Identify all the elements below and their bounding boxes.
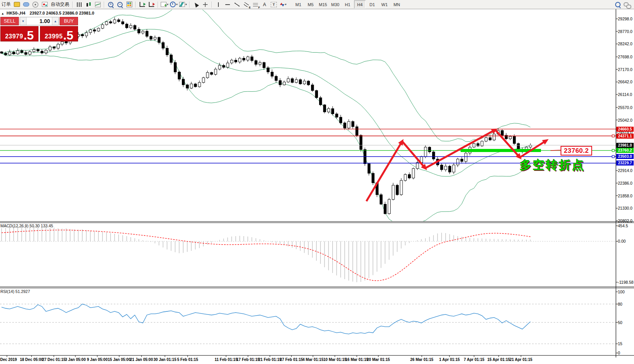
volume-down-button[interactable]: ▼ — [20, 17, 27, 25]
zoom-out-icon[interactable]: − — [116, 1, 124, 8]
dropdown-caret-icon[interactable]: ▾ — [167, 3, 168, 6]
date-tick-label: 26 Mar 01:15 — [410, 357, 433, 362]
templates-icon — [179, 2, 185, 7]
market-watch-icon[interactable] — [22, 1, 30, 8]
vertical-line-icon — [216, 2, 221, 7]
date-tick-label: 17 Feb 01:15 — [236, 357, 260, 362]
price-callout-box[interactable]: 23760.2 — [561, 146, 592, 156]
sell-price-frac: .5 — [23, 31, 34, 40]
price-badge: 23503.0 — [616, 154, 634, 159]
zoom-in-icon[interactable]: + — [106, 1, 115, 8]
timeframe-m15-button[interactable]: M15 — [317, 0, 329, 8]
timeframe-m30-button[interactable]: M30 — [329, 0, 341, 8]
price-badge: 24660.5 — [616, 127, 634, 132]
price-tick-label: 25042.0 — [618, 118, 634, 122]
turning-point-annotation[interactable]: 多空转折点 — [520, 157, 585, 173]
buy-button[interactable]: BUY — [60, 17, 78, 25]
cursor-icon — [193, 2, 199, 8]
chart-shift-icon — [149, 2, 154, 7]
line-chart-icon — [95, 2, 101, 7]
dropdown-caret-icon[interactable]: ▾ — [185, 3, 187, 6]
crosshair-icon[interactable] — [201, 1, 210, 8]
crosshair-icon — [203, 2, 208, 7]
sell-button[interactable]: SELL — [0, 17, 19, 25]
sell-price-button[interactable]: 23979 .5 — [0, 26, 38, 41]
timeframe-group: M1M5M15M30H1H4D1W1MN — [292, 0, 403, 8]
price-tick-label: 26114.0 — [618, 92, 634, 97]
timeframe-m1-button[interactable]: M1 — [293, 0, 304, 8]
trendline-icon[interactable] — [233, 1, 241, 8]
toolbar-separator — [104, 2, 105, 8]
timeframe-m5-button[interactable]: M5 — [305, 0, 316, 8]
price-tick-label: 28770.0 — [618, 29, 634, 34]
symbol-period-label: HK50-,H4 — [7, 11, 25, 15]
price-tick-label: 22914.0 — [618, 168, 634, 173]
auto-scroll-icon[interactable] — [138, 1, 146, 8]
text-tool-icon[interactable]: A — [260, 1, 269, 8]
date-tick-label: 27 Dec 01:15 — [42, 357, 66, 362]
tile-windows-icon[interactable] — [125, 1, 133, 8]
toolbar-main-group: 订单自动交易+−▾▾▾EFAT▾ — [0, 1, 288, 8]
orders-label[interactable]: 订单 — [0, 1, 12, 8]
macd-scale-label: 454.5 — [618, 223, 634, 228]
market-watch-icon — [23, 2, 29, 7]
equidistant-channel-icon[interactable]: E — [242, 1, 250, 8]
toolbar-separator — [72, 2, 73, 8]
timeframe-h4-button[interactable]: H4 — [354, 0, 366, 8]
line-chart-icon[interactable] — [93, 1, 102, 8]
zoom-out-icon: − — [117, 2, 123, 7]
dropdown-caret-icon[interactable]: ▾ — [176, 3, 178, 6]
macd-scale-label: -1198.58 — [618, 280, 634, 285]
toolbar-right-group — [613, 1, 632, 8]
bar-chart-icon[interactable] — [75, 1, 83, 8]
one-click-trade-panel: SELL ▼ 1.00 ▲ BUY 23979 .5 23995 .5 — [0, 17, 78, 41]
price-tick-label: 21330.0 — [618, 206, 634, 210]
volume-input[interactable]: 1.00 — [27, 17, 52, 25]
date-tick-label: 2 Dec 2019 — [0, 357, 17, 362]
price-tick-label: 21858.0 — [618, 194, 634, 198]
toolbar-separator — [135, 2, 136, 8]
rsi-indicator-label: RSI(14) 51.2927 — [0, 289, 30, 294]
search-icon[interactable] — [614, 1, 622, 8]
date-tick-label: 27 Feb 01:15 — [280, 357, 303, 362]
price-tick-label: 20802.0 — [618, 218, 634, 223]
chart-shift-icon[interactable] — [147, 1, 156, 8]
dropdown-caret-icon[interactable]: ▾ — [285, 3, 286, 6]
date-tick-label: 16 Mar 01:15 — [345, 357, 368, 362]
buy-price-main: 23995 — [45, 33, 63, 40]
price-tick-label: 27698.0 — [618, 55, 634, 59]
autotrading-icon — [42, 2, 48, 7]
templates-icon[interactable]: ▾ — [179, 1, 187, 8]
timeframe-mn-button[interactable]: MN — [391, 0, 403, 8]
volume-up-button[interactable]: ▲ — [52, 17, 58, 25]
new-order-icon[interactable] — [13, 1, 21, 8]
date-tick-label: 1 Apr 01:15 — [439, 357, 460, 362]
fibonacci-icon[interactable]: F — [251, 1, 260, 8]
periods-icon[interactable]: ▾ — [170, 1, 178, 8]
autotrading-icon[interactable] — [40, 1, 49, 8]
new-chart-icon[interactable]: ▾ — [160, 1, 169, 8]
new-chart-icon — [161, 2, 166, 7]
buy-price-frac: .5 — [63, 31, 73, 40]
buy-price-button[interactable]: 23995 .5 — [40, 26, 78, 41]
timeframe-h1-button[interactable]: H1 — [342, 0, 353, 8]
candlestick-chart-icon[interactable] — [84, 1, 93, 8]
date-tick-label: 15 Apr 01:15 — [487, 357, 510, 362]
vertical-line-icon[interactable] — [214, 1, 223, 8]
rsi-scale-label: 100 — [618, 290, 634, 294]
chart-canvas[interactable] — [0, 9, 616, 355]
price-badge: 23760.2 — [616, 148, 634, 153]
autotrading-label[interactable]: 自动交易 — [50, 1, 70, 8]
timeframe-w1-button[interactable]: W1 — [379, 0, 390, 8]
timeframe-d1-button[interactable]: D1 — [366, 0, 378, 8]
signals-icon[interactable] — [31, 1, 40, 8]
signals-icon — [32, 2, 38, 8]
date-tick-label: 5 Feb 01:15 — [177, 357, 198, 362]
horizontal-line-icon[interactable] — [223, 1, 232, 8]
text-label-tool-icon[interactable]: T — [270, 1, 278, 8]
price-tick-label: 26642.0 — [618, 79, 634, 84]
price-tick-label: 29298.0 — [618, 17, 634, 21]
cursor-icon[interactable] — [192, 1, 200, 8]
arrows-tool-icon[interactable]: ▾ — [279, 1, 287, 8]
chat-icon[interactable] — [623, 1, 631, 8]
